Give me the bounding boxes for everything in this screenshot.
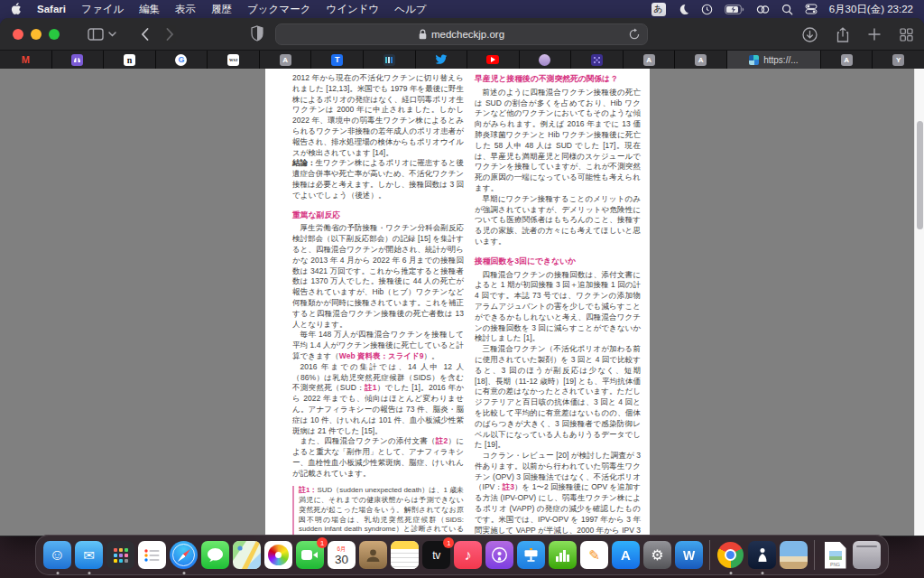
menu-window[interactable]: ウインドウ <box>326 3 379 16</box>
finder-face-icon: ☺ <box>50 546 65 564</box>
dock-numbers[interactable] <box>549 541 577 569</box>
moon-focus-icon[interactable] <box>678 4 689 15</box>
dock: ☺ ✉ 1 6月30 tv1 ♪ ✎ A ⚙ W PNG <box>35 535 889 575</box>
dock-maps[interactable] <box>233 541 261 569</box>
tab-gmail[interactable]: M <box>0 51 52 69</box>
tab-y-site[interactable]: Y <box>873 51 924 69</box>
launchpad-grid-icon <box>113 547 129 564</box>
paragraph: 前述のように四種混合ワクチン接種後の死亡は SUD の割合が多くを占めており、H… <box>475 88 641 194</box>
forward-button[interactable] <box>166 28 174 41</box>
tab-t-service[interactable]: T <box>311 51 364 69</box>
input-method-badge[interactable]: あ <box>651 3 666 16</box>
menu-bookmarks[interactable]: ブックマーク <box>247 3 310 16</box>
menu-app-name[interactable]: Safari <box>37 4 66 14</box>
paragraph: 結論：生ワクチン株によるポリオに罹患すると後遺症合併率や死亡率が高いため、不活化… <box>292 158 464 200</box>
dock-appstore[interactable]: A <box>612 541 640 569</box>
tab-purple-app[interactable] <box>571 51 624 69</box>
tab-bar: M n G WSJ A T A A https://... A Y <box>0 51 924 69</box>
apple-menu-icon[interactable] <box>11 3 22 15</box>
dock-chrome[interactable] <box>716 541 744 569</box>
dock-media-app[interactable] <box>780 541 808 569</box>
dock-launchpad[interactable] <box>106 541 134 569</box>
tab-twitter[interactable] <box>416 51 468 69</box>
tab-profile[interactable] <box>520 51 572 69</box>
scrollbar[interactable] <box>914 69 924 536</box>
url-field[interactable]: medcheckjp.org <box>275 23 648 45</box>
share-icon[interactable] <box>836 27 849 42</box>
tab-reader-a4[interactable]: A <box>821 51 873 69</box>
dock-pages[interactable]: ✎ <box>580 541 608 569</box>
menu-edit[interactable]: 編集 <box>139 3 160 16</box>
speech-bubble-icon <box>207 547 224 563</box>
tab-reader-a1[interactable]: A <box>260 51 312 69</box>
clock-icon[interactable] <box>701 4 713 15</box>
tab-google[interactable]: G <box>156 51 208 69</box>
music-note-icon: ♪ <box>465 547 472 564</box>
dock-notes[interactable] <box>391 541 419 569</box>
dock-finder[interactable]: ☺ <box>43 541 71 569</box>
paragraph: 2012 年から現在の不活化ワクチンに切り替えられました [12,13]。米国で… <box>292 73 464 158</box>
privacy-shield-icon[interactable] <box>251 25 263 45</box>
menubar-clock[interactable]: 6月30日(金) 23:22 <box>829 3 913 16</box>
tab-teal-app[interactable] <box>364 51 416 69</box>
battery-icon[interactable] <box>725 5 744 14</box>
note1-link[interactable]: 註1 <box>365 383 377 392</box>
dock-trash[interactable] <box>853 541 881 569</box>
notion-icon: n <box>124 54 135 66</box>
control-center-icon[interactable] <box>805 4 818 14</box>
tab-youtube[interactable] <box>467 51 520 69</box>
tab-lungs-app[interactable] <box>52 51 105 69</box>
dock-reminders[interactable] <box>138 541 166 569</box>
footnote1-label: 註1： <box>299 486 317 494</box>
menu-file[interactable]: ファイル <box>81 3 124 16</box>
footnotes-block: 註1：SUD（sudden unexpected death）は、1 歳未満児に… <box>292 486 464 536</box>
downloads-icon[interactable] <box>802 27 818 42</box>
connectivity-icon[interactable] <box>756 5 770 14</box>
tab-reader-a3[interactable]: A <box>675 51 727 69</box>
section-heading-three-doses: 接種回数を3回にできないか <box>475 256 641 267</box>
close-button[interactable] <box>13 29 23 40</box>
dock-calendar[interactable]: 6月30 <box>328 541 356 569</box>
tab-reader-a2[interactable]: A <box>624 51 676 69</box>
spotlight-icon[interactable] <box>781 4 793 15</box>
dock-appletv[interactable]: tv1 <box>422 541 450 569</box>
file-icon: PNG <box>825 542 846 569</box>
section-heading-adverse-reactions: 重篤な副反応 <box>292 210 464 221</box>
new-tab-icon[interactable] <box>868 28 881 41</box>
sidebar-icon[interactable] <box>88 28 104 41</box>
scrollbar-thumb[interactable] <box>917 121 923 229</box>
dock-contacts[interactable] <box>359 541 387 569</box>
dock-messages[interactable] <box>201 541 229 569</box>
dock-keynote[interactable] <box>517 541 545 569</box>
back-button[interactable] <box>141 28 149 41</box>
menu-view[interactable]: 表示 <box>175 3 196 16</box>
dock-safari[interactable] <box>170 541 198 569</box>
note3-link[interactable]: 註3 <box>503 482 514 491</box>
dock-facetime[interactable]: 1 <box>296 541 324 569</box>
dock-png-file[interactable]: PNG <box>821 541 849 569</box>
tab-overview-icon[interactable] <box>900 28 913 42</box>
dock-photos[interactable] <box>264 541 292 569</box>
minimize-button[interactable] <box>31 29 42 40</box>
sidebar-chevron-icon[interactable] <box>108 32 116 37</box>
zoom-button[interactable] <box>49 29 60 40</box>
appstore-a-icon: A <box>621 547 631 563</box>
web-material-link[interactable]: Web 資料表：スライド9 <box>339 351 424 360</box>
menu-history[interactable]: 履歴 <box>211 3 232 16</box>
tab-wsj[interactable]: WSJ <box>208 51 260 69</box>
dock-word[interactable]: W <box>675 541 703 569</box>
dock-music[interactable]: ♪ <box>454 541 482 569</box>
video-camera-icon <box>301 549 319 561</box>
tab-notion[interactable]: n <box>104 51 156 69</box>
menu-help[interactable]: ヘルプ <box>394 3 426 16</box>
safari-window: medcheckjp.org <box>0 18 924 536</box>
dock-settings[interactable]: ⚙ <box>643 541 671 569</box>
tab-active-medcheck[interactable]: https://... <box>727 51 821 69</box>
dock-kindle[interactable] <box>748 541 776 569</box>
note2-link[interactable]: 註2 <box>436 436 448 445</box>
facetime-badge: 1 <box>317 537 328 548</box>
reload-icon[interactable] <box>629 28 640 42</box>
notes-header <box>391 541 419 549</box>
dock-mail[interactable]: ✉ <box>75 541 103 569</box>
dock-podcasts[interactable] <box>485 541 513 569</box>
